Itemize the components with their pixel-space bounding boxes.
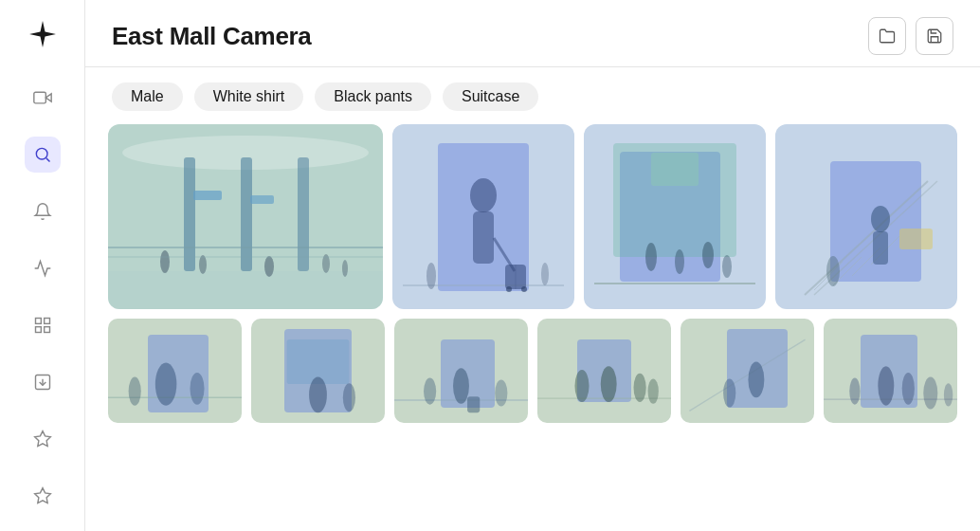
svg-point-67 — [634, 374, 646, 402]
gallery-bottom-row — [108, 319, 957, 423]
svg-point-16 — [160, 250, 170, 273]
svg-point-74 — [902, 373, 915, 405]
svg-point-50 — [826, 256, 840, 286]
svg-point-54 — [190, 373, 204, 405]
page-title: East Mall Camera — [112, 22, 312, 51]
tag-male[interactable]: Male — [112, 82, 183, 111]
svg-point-33 — [426, 263, 436, 289]
svg-rect-14 — [298, 157, 309, 271]
svg-rect-49 — [873, 231, 888, 265]
svg-point-60 — [453, 368, 469, 404]
gallery-thumb-2[interactable] — [251, 319, 385, 423]
svg-point-58 — [343, 383, 355, 412]
sidebar-item-camera[interactable] — [25, 80, 61, 116]
svg-marker-9 — [34, 431, 50, 447]
svg-point-40 — [722, 255, 732, 278]
save-button[interactable] — [916, 17, 953, 55]
svg-point-55 — [129, 377, 141, 406]
svg-point-32 — [521, 286, 527, 292]
svg-point-70 — [748, 362, 764, 398]
svg-point-71 — [723, 378, 735, 407]
gallery — [85, 124, 980, 531]
svg-point-53 — [155, 363, 177, 406]
svg-point-37 — [645, 243, 657, 271]
svg-point-39 — [702, 242, 714, 268]
svg-rect-12 — [184, 157, 195, 271]
main-content: East Mall Camera Male White shirt Black … — [85, 0, 980, 531]
app-logo — [26, 17, 60, 51]
svg-point-76 — [923, 377, 937, 410]
svg-point-73 — [878, 366, 894, 405]
svg-rect-5 — [35, 327, 41, 333]
sidebar-item-notifications[interactable] — [25, 193, 61, 229]
svg-point-48 — [871, 206, 890, 232]
svg-point-75 — [849, 378, 860, 405]
svg-point-65 — [574, 370, 589, 402]
svg-rect-27 — [473, 211, 494, 264]
svg-point-17 — [199, 255, 207, 274]
svg-rect-51 — [899, 229, 933, 249]
gallery-thumb-5[interactable] — [681, 319, 814, 423]
tag-white-shirt[interactable]: White shirt — [194, 82, 304, 111]
svg-point-63 — [495, 379, 507, 406]
svg-marker-10 — [34, 488, 50, 504]
svg-point-31 — [506, 286, 512, 292]
svg-point-62 — [424, 378, 436, 405]
svg-line-2 — [45, 158, 49, 162]
folder-button[interactable] — [868, 17, 906, 55]
svg-point-34 — [541, 263, 549, 285]
sidebar-item-search[interactable] — [25, 137, 61, 173]
sidebar-item-download[interactable] — [25, 364, 61, 400]
tag-black-pants[interactable]: Black pants — [315, 82, 431, 111]
gallery-image-escalator[interactable] — [775, 124, 957, 309]
gallery-thumb-3[interactable] — [394, 319, 528, 423]
sidebar — [0, 0, 85, 531]
svg-point-68 — [648, 378, 659, 403]
svg-rect-61 — [467, 396, 480, 412]
svg-point-77 — [944, 383, 953, 406]
header-actions — [868, 17, 953, 55]
svg-point-26 — [470, 178, 497, 212]
gallery-thumb-6[interactable] — [824, 319, 957, 423]
svg-point-38 — [675, 249, 684, 274]
svg-point-1 — [36, 148, 47, 159]
sidebar-item-analytics[interactable] — [25, 250, 61, 286]
svg-rect-15 — [108, 271, 383, 309]
sidebar-item-star[interactable] — [25, 478, 61, 514]
sidebar-item-magic[interactable] — [25, 421, 61, 457]
svg-rect-36 — [651, 153, 699, 186]
gallery-image-person-luggage[interactable] — [392, 124, 574, 309]
gallery-top-row — [108, 124, 957, 309]
gallery-image-large[interactable] — [108, 124, 383, 309]
sidebar-item-grid[interactable] — [25, 307, 61, 343]
svg-rect-3 — [35, 319, 41, 324]
svg-line-69 — [689, 339, 805, 411]
gallery-image-corridor[interactable] — [584, 124, 766, 309]
svg-rect-13 — [241, 157, 252, 271]
svg-point-57 — [309, 377, 327, 413]
svg-rect-22 — [250, 195, 274, 204]
header: East Mall Camera — [85, 0, 980, 67]
svg-point-20 — [342, 260, 348, 277]
tag-suitcase[interactable]: Suitcase — [443, 82, 538, 111]
svg-rect-6 — [44, 327, 49, 333]
svg-rect-21 — [193, 191, 222, 200]
svg-point-66 — [601, 366, 617, 402]
svg-rect-4 — [44, 319, 49, 324]
tags-row: Male White shirt Black pants Suitcase — [85, 67, 980, 124]
gallery-thumb-4[interactable] — [537, 319, 671, 423]
gallery-thumb-1[interactable] — [108, 319, 242, 423]
svg-point-18 — [264, 256, 274, 277]
svg-rect-0 — [33, 92, 45, 103]
